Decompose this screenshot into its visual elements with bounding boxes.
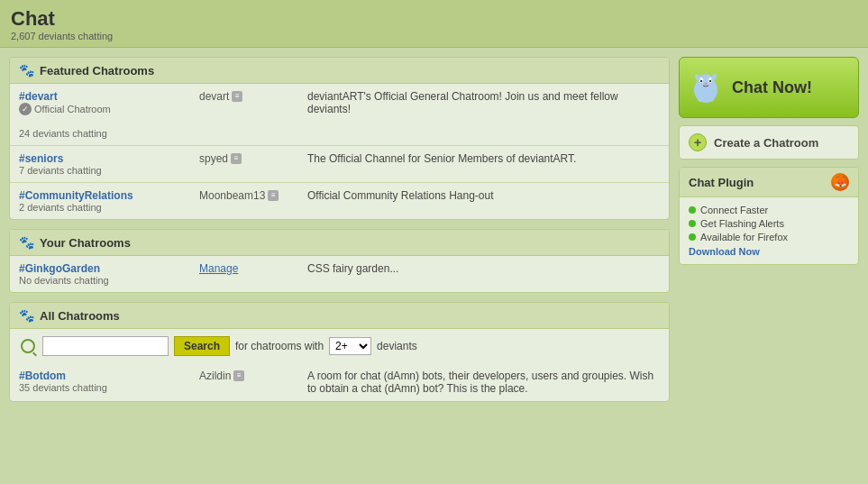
room-action-cell: Manage <box>190 256 298 292</box>
room-name-cell: #Botdom 35 deviants chatting <box>10 363 190 401</box>
plus-icon: + <box>689 133 707 151</box>
your-chatrooms-table: #GinkgoGarden No deviants chatting Manag… <box>10 256 669 292</box>
plugin-body: Connect Faster Get Flashing Alerts Avail… <box>680 197 858 264</box>
chat-now-label: Chat Now! <box>732 78 812 97</box>
firefox-icon: 🦊 <box>831 173 849 191</box>
for-label: for chatrooms with <box>235 340 324 352</box>
room-desc-cell: The Official Channel for Senior Members … <box>298 146 669 183</box>
room-owner-community: Moonbeam13 ≡ <box>199 189 289 202</box>
mascot-icon <box>689 70 723 105</box>
page-title: Chat <box>11 7 857 31</box>
plugin-item-2: Get Flashing Alerts <box>689 218 849 229</box>
room-desc-seniors: The Official Channel for Senior Members … <box>307 152 576 165</box>
room-desc-botdom: A room for chat (dAmn) bots, their devel… <box>307 370 653 395</box>
room-name-cell: #devart ✓ Official Chatroom 24 deviants … <box>10 84 190 146</box>
all-chatrooms-table: #Botdom 35 deviants chatting Azildin ≡ A… <box>10 363 669 401</box>
manage-link[interactable]: Manage <box>199 262 238 275</box>
green-dot-icon <box>689 233 696 241</box>
chat-plugin-box: Chat Plugin 🦊 Connect Faster Get Flashin… <box>679 167 859 265</box>
deviants-select[interactable]: 1+ 2+ 5+ 10+ 20+ <box>329 337 371 355</box>
left-column: 🐾 Featured Chatrooms #devart ✓ Official … <box>9 57 670 402</box>
owner-badge-icon: ≡ <box>268 190 279 201</box>
room-desc-devart: deviantART's Official General Chatroom! … <box>307 90 618 115</box>
featured-table: #devart ✓ Official Chatroom 24 deviants … <box>10 84 669 219</box>
room-desc-cell: CSS fairy garden... <box>298 256 669 292</box>
owner-badge-icon: ≡ <box>232 91 242 102</box>
room-owner-cell: Azildin ≡ <box>190 363 298 401</box>
featured-icon: 🐾 <box>19 63 34 78</box>
search-magnifier <box>21 339 35 353</box>
svg-point-4 <box>700 80 702 82</box>
table-row: #devart ✓ Official Chatroom 24 deviants … <box>10 84 669 146</box>
plugin-item-3: Available for Firefox <box>689 232 849 242</box>
table-row: #GinkgoGarden No deviants chatting Manag… <box>10 256 669 292</box>
all-chatrooms-section: 🐾 All Chatrooms Search for chatrooms wit… <box>9 302 670 402</box>
owner-badge-icon: ≡ <box>231 153 242 164</box>
official-icon: ✓ <box>19 103 32 115</box>
page-subtitle: 2,607 deviants chatting <box>11 31 857 41</box>
room-desc-community: Official Community Relations Hang-out <box>307 189 494 202</box>
download-now-link[interactable]: Download Now <box>689 246 849 257</box>
page-header: Chat 2,607 deviants chatting <box>0 0 868 48</box>
room-count-botdom: 35 deviants chatting <box>19 382 181 393</box>
your-icon: 🐾 <box>19 235 34 250</box>
room-name-cell: #seniors 7 deviants chatting <box>10 146 190 183</box>
table-row: #seniors 7 deviants chatting spyed ≡ The… <box>10 146 669 183</box>
room-sub-devart: ✓ Official Chatroom <box>19 103 181 115</box>
room-owner-cell: Moonbeam13 ≡ <box>190 183 298 220</box>
room-count-devart: 24 deviants chatting <box>19 128 181 139</box>
plugin-title: Chat Plugin <box>689 176 754 189</box>
room-count-ginkgo: No deviants chatting <box>19 275 181 286</box>
room-count-seniors: 7 deviants chatting <box>19 165 181 176</box>
main-layout: 🐾 Featured Chatrooms #devart ✓ Official … <box>0 48 868 411</box>
chat-now-button[interactable]: Chat Now! <box>679 57 859 118</box>
search-icon <box>19 337 37 355</box>
green-dot-icon <box>689 220 696 227</box>
svg-point-6 <box>704 83 708 85</box>
create-chatroom-button[interactable]: + Create a Chatroom <box>679 125 859 160</box>
room-desc-cell: Official Community Relations Hang-out <box>298 183 669 220</box>
owner-badge-icon: ≡ <box>233 370 244 381</box>
room-link-seniors[interactable]: #seniors <box>19 152 63 165</box>
room-name-cell: #GinkgoGarden No deviants chatting <box>10 256 190 292</box>
room-link-ginkgo[interactable]: #GinkgoGarden <box>19 262 100 275</box>
your-chatrooms-section: 🐾 Your Chatrooms #GinkgoGarden No devian… <box>9 229 670 293</box>
your-title: Your Chatrooms <box>40 236 131 250</box>
featured-chatrooms-section: 🐾 Featured Chatrooms #devart ✓ Official … <box>9 57 670 220</box>
room-link-devart[interactable]: #devart <box>19 90 58 103</box>
table-row: #CommunityRelations 2 deviants chatting … <box>10 183 669 220</box>
featured-section-header: 🐾 Featured Chatrooms <box>10 58 669 84</box>
room-owner-devart: devart ≡ <box>199 90 289 103</box>
deviants-label: deviants <box>377 340 417 352</box>
table-row: #Botdom 35 deviants chatting Azildin ≡ A… <box>10 363 669 401</box>
room-link-community[interactable]: #CommunityRelations <box>19 189 133 202</box>
room-link-botdom[interactable]: #Botdom <box>19 370 66 382</box>
room-name-cell: #CommunityRelations 2 deviants chatting <box>10 183 190 220</box>
all-icon: 🐾 <box>19 308 34 323</box>
plugin-header: Chat Plugin 🦊 <box>680 168 858 197</box>
right-column: Chat Now! + Create a Chatroom Chat Plugi… <box>679 57 859 402</box>
room-desc-cell: A room for chat (dAmn) bots, their devel… <box>298 363 669 401</box>
room-owner-cell: devart ≡ <box>190 84 298 146</box>
all-title: All Chatrooms <box>40 309 120 323</box>
room-count-community: 2 deviants chatting <box>19 202 181 213</box>
room-desc-ginkgo: CSS fairy garden... <box>307 262 398 275</box>
green-dot-icon <box>689 206 696 214</box>
featured-title: Featured Chatrooms <box>40 64 154 78</box>
create-label: Create a Chatroom <box>714 136 818 150</box>
search-input[interactable] <box>42 336 169 356</box>
all-section-header: 🐾 All Chatrooms <box>10 303 669 329</box>
room-owner-cell: spyed ≡ <box>190 146 298 183</box>
room-owner-seniors: spyed ≡ <box>199 152 289 165</box>
svg-point-5 <box>709 80 711 82</box>
search-button[interactable]: Search <box>174 336 230 356</box>
your-section-header: 🐾 Your Chatrooms <box>10 230 669 256</box>
plugin-item-1: Connect Faster <box>689 205 849 215</box>
room-desc-cell: deviantART's Official General Chatroom! … <box>298 84 669 146</box>
room-owner-botdom: Azildin ≡ <box>199 370 289 382</box>
search-bar: Search for chatrooms with 1+ 2+ 5+ 10+ 2… <box>10 329 669 363</box>
